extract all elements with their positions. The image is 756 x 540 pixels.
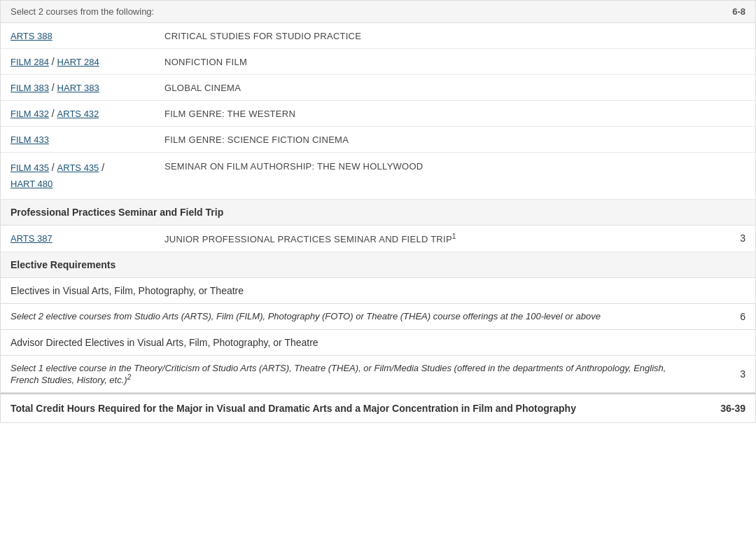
- course-link-film383[interactable]: FILM 383: [10, 83, 49, 93]
- electives-italic-row1: Select 2 elective courses from Studio Ar…: [1, 304, 755, 330]
- arts387-superscript: 1: [452, 233, 456, 240]
- separator: /: [52, 82, 57, 93]
- separator: /: [52, 56, 57, 67]
- electives-italic-row2: Select 1 elective course in the Theory/C…: [1, 356, 755, 393]
- electives-italic2-credits: 3: [690, 368, 746, 380]
- course-links: ARTS 388: [10, 30, 164, 41]
- professional-practices-header: Professional Practices Seminar and Field…: [1, 200, 755, 226]
- course-link-arts435[interactable]: ARTS 435: [57, 162, 99, 173]
- electives-sublabel2-text: Advisor Directed Electives in Visual Art…: [10, 337, 318, 348]
- course-title-film383: GLOBAL CINEMA: [164, 83, 690, 93]
- course-row-film435: FILM 435 / ARTS 435 / HART 480 SEMINAR O…: [1, 153, 755, 200]
- course-row-film432: FILM 432 / ARTS 432 FILM GENRE: THE WEST…: [1, 101, 755, 127]
- total-row: Total Credit Hours Required for the Majo…: [1, 393, 755, 422]
- course-row-arts388: ARTS 388 CRITICAL STUDIES FOR STUDIO PRA…: [1, 23, 755, 49]
- electives-sublabel1-text: Electives in Visual Arts, Film, Photogra…: [10, 285, 244, 296]
- total-label: Total Credit Hours Required for the Majo…: [10, 403, 690, 414]
- course-link-film284[interactable]: FILM 284: [10, 57, 49, 67]
- course-link-film432[interactable]: FILM 432: [10, 109, 49, 119]
- electives-italic2-text: Select 1 elective course in the Theory/C…: [10, 363, 690, 385]
- course-title-film284: NONFICTION FILM: [164, 57, 690, 67]
- course-row-arts387: ARTS 387 JUNIOR PROFESSIONAL PRACTICES S…: [1, 226, 755, 252]
- electives-italic1-text: Select 2 elective courses from Studio Ar…: [10, 311, 690, 321]
- course-title-arts388: CRITICAL STUDIES FOR STUDIO PRACTICE: [164, 31, 690, 41]
- course-link-film433[interactable]: FILM 433: [10, 134, 49, 145]
- separator: /: [52, 162, 57, 173]
- course-link-film435[interactable]: FILM 435: [10, 162, 49, 173]
- elective-requirements-header: Elective Requirements: [1, 252, 755, 278]
- separator: /: [102, 162, 104, 173]
- course-links: FILM 433: [10, 134, 164, 145]
- select-label: Select 2 courses from the following:: [10, 6, 154, 17]
- course-title-arts387: JUNIOR PROFESSIONAL PRACTICES SEMINAR AN…: [164, 233, 690, 244]
- separator: /: [52, 108, 57, 119]
- course-link-hart284[interactable]: HART 284: [57, 57, 99, 67]
- select-header-row: Select 2 courses from the following: 6-8: [1, 1, 755, 23]
- electives-sublabel2: Advisor Directed Electives in Visual Art…: [1, 330, 755, 356]
- course-title-film435: SEMINAR ON FILM AUTHORSHIP: THE NEW HOLL…: [164, 160, 690, 172]
- course-link-arts388[interactable]: ARTS 388: [10, 31, 52, 41]
- course-row-film433: FILM 433 FILM GENRE: SCIENCE FICTION CIN…: [1, 127, 755, 153]
- course-link-hart383[interactable]: HART 383: [57, 83, 99, 93]
- course-credits-arts387: 3: [690, 233, 746, 244]
- course-link-hart480[interactable]: HART 480: [10, 179, 52, 189]
- total-credits: 36-39: [690, 403, 746, 414]
- electives-sublabel1: Electives in Visual Arts, Film, Photogra…: [1, 278, 755, 304]
- course-row-film284: FILM 284 / HART 284 NONFICTION FILM: [1, 49, 755, 75]
- course-links: FILM 432 / ARTS 432: [10, 108, 164, 119]
- course-link-arts432[interactable]: ARTS 432: [57, 109, 99, 119]
- electives-italic1-credits: 6: [690, 311, 746, 322]
- course-title-film433: FILM GENRE: SCIENCE FICTION CINEMA: [164, 134, 690, 145]
- electives-italic2-em: Select 1 elective course in the Theory/C…: [10, 363, 666, 385]
- arts387-title-text: JUNIOR PROFESSIONAL PRACTICES SEMINAR AN…: [164, 234, 452, 244]
- course-row-film383: FILM 383 / HART 383 GLOBAL CINEMA: [1, 75, 755, 101]
- electives-italic2-superscript: 2: [127, 373, 132, 381]
- course-links: ARTS 387: [10, 233, 164, 244]
- course-links: FILM 383 / HART 383: [10, 82, 164, 93]
- select-credits: 6-8: [732, 6, 746, 17]
- elective-requirements-label: Elective Requirements: [10, 259, 115, 270]
- electives-italic1-em: Select 2 elective courses from Studio Ar…: [10, 311, 601, 321]
- course-links: FILM 435 / ARTS 435 / HART 480: [10, 160, 164, 192]
- professional-practices-label: Professional Practices Seminar and Field…: [10, 207, 223, 218]
- course-link-arts387[interactable]: ARTS 387: [10, 233, 52, 244]
- course-title-film432: FILM GENRE: THE WESTERN: [164, 109, 690, 119]
- course-links: FILM 284 / HART 284: [10, 56, 164, 67]
